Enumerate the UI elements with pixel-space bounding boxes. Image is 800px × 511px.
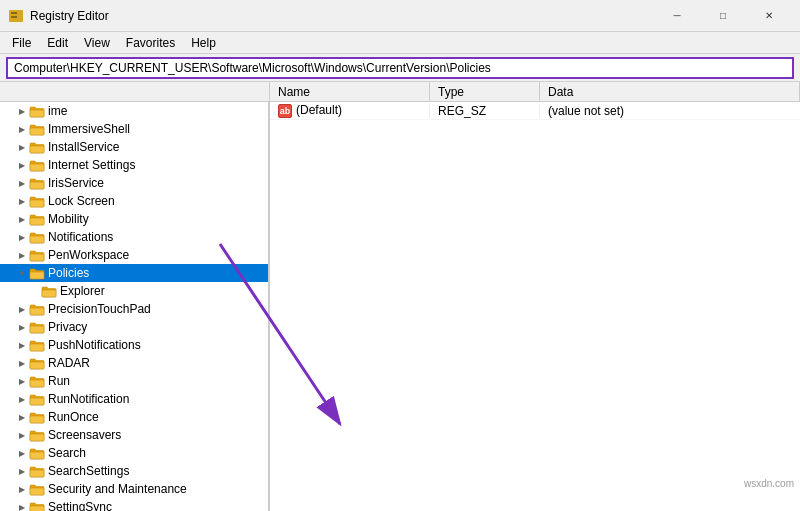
tree-toggle[interactable]: ▶ <box>16 215 28 224</box>
folder-icon <box>28 122 46 136</box>
folder-icon <box>28 212 46 226</box>
tree-toggle[interactable]: ▶ <box>16 485 28 494</box>
tree-item[interactable]: ▶ IrisService <box>0 174 268 192</box>
tree-item[interactable]: ▼ Policies <box>0 264 268 282</box>
folder-icon <box>28 428 46 442</box>
tree-toggle[interactable]: ▶ <box>16 395 28 404</box>
folder-icon <box>28 446 46 460</box>
folder-icon <box>28 176 46 190</box>
tree-item-label: PrecisionTouchPad <box>48 302 151 316</box>
tree-toggle[interactable]: ▶ <box>16 233 28 242</box>
tree-toggle[interactable]: ▶ <box>16 341 28 350</box>
tree-toggle[interactable]: ▶ <box>16 413 28 422</box>
tree-item-label: PenWorkspace <box>48 248 129 262</box>
tree-item[interactable]: ▶ Notifications <box>0 228 268 246</box>
tree-item[interactable]: ▶ RADAR <box>0 354 268 372</box>
address-bar <box>0 54 800 82</box>
tree-toggle[interactable]: ▶ <box>16 431 28 440</box>
tree-item[interactable]: ▶ Screensavers <box>0 426 268 444</box>
tree-item[interactable]: ▶ Privacy <box>0 318 268 336</box>
tree-item[interactable]: ▶ PushNotifications <box>0 336 268 354</box>
tree-item-label: IrisService <box>48 176 104 190</box>
tree-item[interactable]: ▶ Search <box>0 444 268 462</box>
folder-icon <box>28 374 46 388</box>
tree-item[interactable]: ▶ RunNotification <box>0 390 268 408</box>
tree-panel[interactable]: ▶ ime▶ ImmersiveShell▶ InstallService▶ I… <box>0 102 270 511</box>
tree-item[interactable]: ▶ PenWorkspace <box>0 246 268 264</box>
tree-item-label: Notifications <box>48 230 113 244</box>
tree-item[interactable]: ▶ ImmersiveShell <box>0 120 268 138</box>
tree-item-label: Mobility <box>48 212 89 226</box>
name-column-header: Name <box>270 82 430 101</box>
menu-item-favorites[interactable]: Favorites <box>118 34 183 52</box>
window-title: Registry Editor <box>30 9 109 23</box>
folder-icon <box>28 158 46 172</box>
data-column-header: Data <box>540 82 800 101</box>
data-cell-name: ab(Default) <box>270 103 430 118</box>
address-input[interactable] <box>6 57 794 79</box>
folder-icon <box>28 500 46 511</box>
tree-item-label: RunOnce <box>48 410 99 424</box>
tree-toggle[interactable]: ▶ <box>16 179 28 188</box>
tree-item-label: Security and Maintenance <box>48 482 187 496</box>
tree-item-label: Run <box>48 374 70 388</box>
tree-item[interactable]: ▶ Lock Screen <box>0 192 268 210</box>
folder-icon <box>28 464 46 478</box>
type-column-header: Type <box>430 82 540 101</box>
tree-item[interactable]: ▶ InstallService <box>0 138 268 156</box>
tree-toggle[interactable]: ▶ <box>16 107 28 116</box>
menu-item-view[interactable]: View <box>76 34 118 52</box>
tree-item[interactable]: ▶ SettingSync <box>0 498 268 511</box>
maximize-button[interactable]: □ <box>700 0 746 32</box>
tree-item-label: PushNotifications <box>48 338 141 352</box>
tree-item-label: InstallService <box>48 140 119 154</box>
tree-toggle[interactable]: ▶ <box>16 467 28 476</box>
tree-toggle[interactable]: ▶ <box>16 125 28 134</box>
tree-item[interactable]: ▶ ime <box>0 102 268 120</box>
tree-item[interactable]: Explorer <box>0 282 268 300</box>
tree-toggle[interactable]: ▶ <box>16 449 28 458</box>
tree-item-label: ime <box>48 104 67 118</box>
tree-item-label: Explorer <box>60 284 105 298</box>
tree-toggle[interactable]: ▼ <box>16 269 28 278</box>
folder-icon <box>28 230 46 244</box>
tree-item[interactable]: ▶ Mobility <box>0 210 268 228</box>
watermark: wsxdn.com <box>744 478 794 489</box>
tree-item[interactable]: ▶ Internet Settings <box>0 156 268 174</box>
close-button[interactable]: ✕ <box>746 0 792 32</box>
tree-toggle[interactable]: ▶ <box>16 197 28 206</box>
tree-item-label: ImmersiveShell <box>48 122 130 136</box>
data-cell-value: (value not set) <box>540 104 800 118</box>
tree-item[interactable]: ▶ Run <box>0 372 268 390</box>
title-bar-controls: ─ □ ✕ <box>654 0 792 32</box>
tree-toggle[interactable]: ▶ <box>16 377 28 386</box>
folder-icon <box>28 140 46 154</box>
data-row[interactable]: ab(Default)REG_SZ(value not set) <box>270 102 800 120</box>
menu-item-edit[interactable]: Edit <box>39 34 76 52</box>
data-panel[interactable]: ab(Default)REG_SZ(value not set) <box>270 102 800 511</box>
menu-item-help[interactable]: Help <box>183 34 224 52</box>
tree-toggle[interactable]: ▶ <box>16 143 28 152</box>
tree-toggle[interactable]: ▶ <box>16 305 28 314</box>
folder-icon <box>28 194 46 208</box>
folder-icon <box>40 284 58 298</box>
tree-item[interactable]: ▶ SearchSettings <box>0 462 268 480</box>
tree-item[interactable]: ▶ RunOnce <box>0 408 268 426</box>
tree-item-label: Internet Settings <box>48 158 135 172</box>
folder-icon <box>28 104 46 118</box>
menu-bar: FileEditViewFavoritesHelp <box>0 32 800 54</box>
svg-rect-2 <box>11 16 17 18</box>
tree-item[interactable]: ▶ Security and Maintenance <box>0 480 268 498</box>
menu-item-file[interactable]: File <box>4 34 39 52</box>
tree-item-label: Screensavers <box>48 428 121 442</box>
tree-item-label: SettingSync <box>48 500 112 511</box>
tree-toggle[interactable]: ▶ <box>16 161 28 170</box>
tree-toggle[interactable]: ▶ <box>16 323 28 332</box>
folder-icon <box>28 338 46 352</box>
minimize-button[interactable]: ─ <box>654 0 700 32</box>
tree-toggle[interactable]: ▶ <box>16 359 28 368</box>
tree-toggle[interactable]: ▶ <box>16 251 28 260</box>
tree-item[interactable]: ▶ PrecisionTouchPad <box>0 300 268 318</box>
tree-toggle[interactable]: ▶ <box>16 503 28 512</box>
tree-item-label: RunNotification <box>48 392 129 406</box>
